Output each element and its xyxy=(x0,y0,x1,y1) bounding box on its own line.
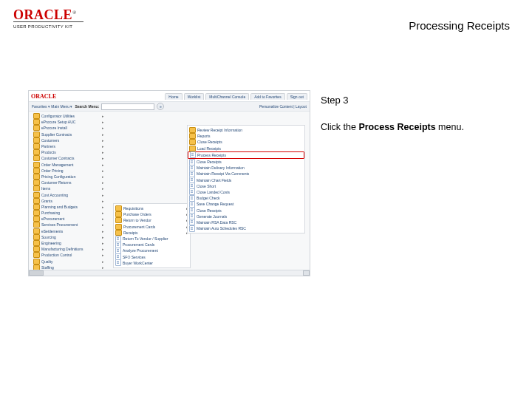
chevron-right-icon: ▸ xyxy=(102,222,106,227)
folder-icon xyxy=(189,133,196,139)
menu-item[interactable]: Partners▸ xyxy=(32,143,106,149)
submenu-item[interactable]: Maintain Chart Fields xyxy=(188,177,304,183)
menu-item[interactable]: eProcurement▸ xyxy=(32,216,106,222)
submenu-item[interactable]: Load Receipts xyxy=(188,146,304,151)
menu-item[interactable]: Customer Contracts▸ xyxy=(32,155,106,161)
search-go-button[interactable]: » xyxy=(157,103,164,110)
menu-item[interactable]: Production Control▸ xyxy=(32,252,106,258)
menu-item-label: Production Control xyxy=(41,253,72,257)
submenu-item[interactable]: Save Change Request xyxy=(188,201,304,207)
menu-item[interactable]: Planning and Budgets▸ xyxy=(32,204,106,210)
app-screenshot: ORACLE HomeWorklistMultiChannel ConsoleA… xyxy=(28,90,310,276)
process-receipts-menu[interactable]: Process Receipts xyxy=(188,151,304,159)
menu-item-label: eProcure Install xyxy=(41,126,67,130)
submenu-item[interactable]: Maintain RSA Data RSC xyxy=(188,219,304,225)
menu-item[interactable]: Items▸ xyxy=(32,185,106,191)
scrollbar-right-arrow[interactable] xyxy=(303,270,310,276)
chevron-right-icon: ▸ xyxy=(102,229,106,233)
folder-icon xyxy=(33,259,40,265)
folder-icon xyxy=(33,174,40,180)
submenu-item[interactable]: Budget Check xyxy=(188,195,304,201)
submenu-item[interactable]: SFO Services xyxy=(114,254,190,260)
submenu-item[interactable]: Review Receipt Information xyxy=(188,127,304,133)
menu-item[interactable]: Customers▸ xyxy=(32,137,106,143)
breadcrumb[interactable]: Favorites ▾ Main Menu ▾ xyxy=(32,104,72,109)
submenu-item[interactable]: Buyer WorkCenter xyxy=(114,260,190,266)
menu-item[interactable]: Grants▸ xyxy=(32,198,106,204)
menu-item[interactable]: Cost Accounting▸ xyxy=(32,191,106,197)
search-input[interactable] xyxy=(101,103,154,110)
submenu-item[interactable]: Maintain Auto Schedules RSC xyxy=(188,225,304,231)
submenu-item-label: Reports xyxy=(197,134,211,138)
menu-item[interactable]: Engineering▸ xyxy=(32,240,106,246)
folder-icon xyxy=(33,228,40,234)
submenu-item[interactable]: Maintain Receipt Via Comments xyxy=(188,171,304,177)
folder-icon xyxy=(33,119,40,125)
menu-item[interactable]: Quality▸ xyxy=(32,259,106,265)
submenu-item-label: Close Landed Costs xyxy=(197,190,230,194)
horizontal-scrollbar[interactable] xyxy=(29,270,310,276)
menu-item-label: Purchasing xyxy=(41,211,60,215)
folder-icon xyxy=(115,211,122,217)
menu-item[interactable]: Manufacturing Definitions▸ xyxy=(32,246,106,252)
folder-icon xyxy=(33,246,40,252)
menu-item[interactable]: eProcure Setup AUC▸ xyxy=(32,119,106,125)
chevron-right-icon: ▸ xyxy=(102,265,106,270)
submenu-item[interactable]: Generate Journals xyxy=(188,214,304,219)
app-tab[interactable]: MultiChannel Console xyxy=(205,93,249,100)
menu-item[interactable]: eProcure Install▸ xyxy=(32,125,106,131)
submenu-item[interactable]: Requisitions▸ xyxy=(114,205,190,211)
menu-item[interactable]: Order Management▸ xyxy=(32,162,106,168)
submenu-item[interactable]: Purchase Orders▸ xyxy=(114,211,190,217)
menu-item[interactable]: Services Procurement▸ xyxy=(32,222,106,228)
submenu-item[interactable]: Analyze Procurement xyxy=(114,248,190,253)
folder-icon xyxy=(115,205,122,211)
menu-item-label: Customer Returns xyxy=(41,180,72,185)
app-tab[interactable]: Sign out xyxy=(287,93,307,100)
menu-col-2: Requisitions▸Purchase Orders▸Return to V… xyxy=(113,203,191,268)
search-bar: Favorites ▾ Main Menu ▾ Search Menu: » P… xyxy=(29,102,310,112)
app-tab[interactable]: Worklist xyxy=(184,93,205,100)
scrollbar-thumb[interactable] xyxy=(29,270,44,276)
menu-item[interactable]: Products▸ xyxy=(32,149,106,155)
submenu-item[interactable]: Close Short xyxy=(188,183,304,189)
menu-item-label: Manufacturing Definitions xyxy=(41,247,83,251)
personalize-link[interactable]: Personalize Content | Layout xyxy=(259,104,307,109)
submenu-item[interactable]: Maintain Delivery Information xyxy=(188,165,304,171)
instr-prefix: Click the xyxy=(321,122,358,132)
submenu-item[interactable]: Procurement Cards xyxy=(114,242,190,248)
menu-item[interactable]: Sourcing▸ xyxy=(32,234,106,240)
menu-item[interactable]: Order Pricing▸ xyxy=(32,168,106,174)
menu-item[interactable]: Supplier Contracts▸ xyxy=(32,132,106,137)
submenu-item[interactable]: Close Landed Costs xyxy=(188,189,304,195)
menu-item[interactable]: Pricing Configuration▸ xyxy=(32,174,106,180)
submenu-item-label: Maintain Delivery Information xyxy=(197,166,245,170)
submenu-item[interactable]: Close Receipts xyxy=(188,207,304,213)
folder-icon xyxy=(33,240,40,246)
chevron-right-icon: ▸ xyxy=(102,114,106,118)
menu-item[interactable]: Purchasing▸ xyxy=(32,210,106,216)
submenu-item[interactable]: Close Receipts xyxy=(188,159,304,165)
menu-item[interactable]: eSettlements▸ xyxy=(32,228,106,234)
submenu-item[interactable]: Return to Vendor▸ xyxy=(114,217,190,223)
app-tab[interactable]: Home xyxy=(165,93,182,100)
menu-item[interactable]: Configurator Utilities▸ xyxy=(32,113,106,119)
submenu-item[interactable]: Return To Vendor / Supplier xyxy=(114,236,190,242)
submenu-item-label: Close Receipts xyxy=(197,160,222,164)
menu-item[interactable]: Customer Returns▸ xyxy=(32,180,106,185)
app-tab[interactable]: Add to Favorites xyxy=(250,93,284,100)
submenu-item-label: Process Receipts xyxy=(197,153,226,157)
submenu-item[interactable]: Receipts▸ xyxy=(114,230,190,236)
submenu-item[interactable]: Procurement Cards▸ xyxy=(114,224,190,230)
chevron-right-icon: ▸ xyxy=(102,150,106,154)
submenu-item[interactable]: Close Receipts xyxy=(188,139,304,145)
submenu-item-label: Return To Vendor / Supplier xyxy=(123,236,168,241)
chevron-right-icon: ▸ xyxy=(102,180,106,185)
chevron-right-icon: ▸ xyxy=(102,259,106,264)
upk-subtitle: USER PRODUCTIVITY KIT xyxy=(13,21,83,29)
submenu-item[interactable]: Reports xyxy=(188,133,304,139)
chevron-right-icon: ▸ xyxy=(102,126,106,130)
folder-icon xyxy=(33,149,40,155)
menu-item-label: Quality xyxy=(41,259,53,264)
folder-icon xyxy=(33,216,40,222)
